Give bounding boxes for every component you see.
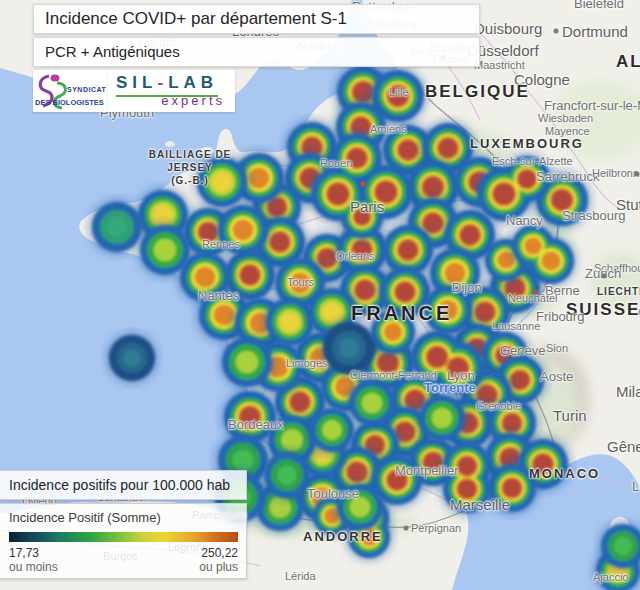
incidence-blob[interactable] [140, 225, 190, 275]
incidence-blob[interactable] [310, 408, 354, 452]
incidence-blob[interactable] [222, 337, 272, 387]
incidence-blob[interactable] [424, 286, 472, 334]
incidence-blob[interactable] [109, 335, 155, 381]
city-dot [533, 290, 538, 295]
incidence-blob[interactable] [443, 442, 491, 513]
legend-values: 17,73 250,22 [9, 546, 238, 560]
syndicat-des-biologistes-logo: SYNDICAT DES BIOLOGISTES [33, 70, 108, 112]
report-subtitle: PCR + Antigéniques [33, 37, 480, 67]
report-title: Incidence COVID+ par département S-1 [33, 4, 480, 34]
incidence-blob[interactable] [264, 452, 310, 498]
incidence-blob[interactable] [92, 202, 142, 252]
incidence-blob[interactable] [323, 322, 375, 374]
legend-gradient-bar [9, 532, 238, 542]
map-visual[interactable]: RotterdamMiddelburgLondresMaidstoneCardi… [0, 0, 640, 590]
legend-max-value: 250,22 [201, 546, 238, 560]
legend-max-caption: ou plus [199, 560, 238, 574]
city-dot [404, 526, 409, 531]
incidence-blob[interactable] [218, 205, 268, 255]
city-dot [554, 29, 559, 34]
city-dot [361, 182, 366, 187]
incidence-blob[interactable] [349, 380, 395, 426]
incidence-blob[interactable] [419, 395, 465, 441]
incidence-blob[interactable] [197, 157, 247, 207]
city-dot [602, 274, 607, 279]
logo-row: SYNDICAT DES BIOLOGISTES SIL-LAB experts [33, 70, 235, 112]
legend-min-value: 17,73 [9, 546, 39, 560]
legend: Incidence Positif (Somme) 17,73 250,22 o… [0, 503, 247, 579]
sb-logo-text1: SYNDICAT [67, 86, 106, 93]
legend-field-label: Incidence Positif (Somme) [9, 510, 237, 525]
legend-min-caption: ou moins [9, 560, 58, 574]
incidence-blob[interactable] [337, 484, 383, 530]
legend-captions: ou moins ou plus [9, 560, 238, 574]
sil-lab-experts-logo: SIL-LAB experts [108, 70, 235, 112]
sb-logo-text2: DES BIOLOGISTES [35, 98, 104, 107]
sil-lab-experts-text: experts [161, 93, 225, 108]
legend-title: Incidence positifs pour 100.000 hab [0, 470, 247, 500]
city-dot [635, 172, 640, 177]
incidence-blob[interactable] [488, 464, 536, 512]
